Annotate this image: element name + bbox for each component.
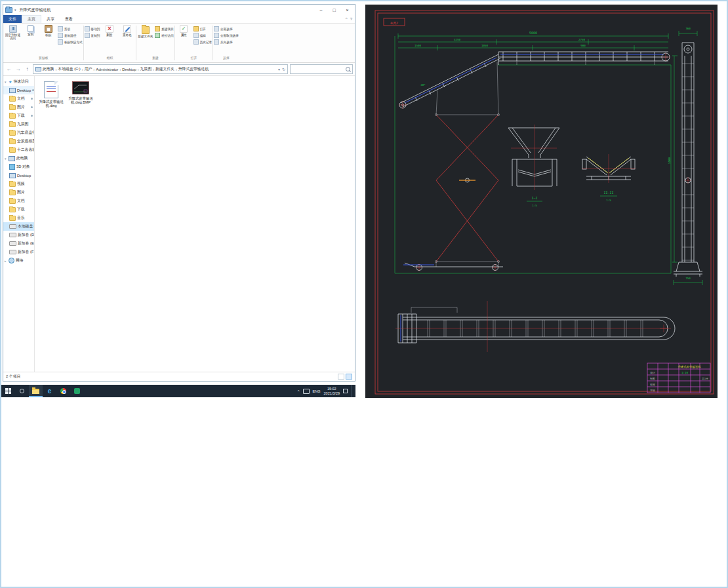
sidebar-item-desktop[interactable]: Desktop bbox=[3, 171, 34, 180]
sidebar-item-documents-pinned[interactable]: 文档 bbox=[3, 94, 34, 103]
drive-icon bbox=[9, 250, 16, 254]
sidebar-item-music[interactable]: 音乐 bbox=[3, 214, 34, 222]
folder-icon bbox=[9, 190, 16, 195]
cad-layout-tag: 布局2 bbox=[390, 21, 398, 26]
up-button[interactable]: ↑ bbox=[24, 66, 31, 72]
action-center-icon[interactable] bbox=[343, 389, 348, 393]
sidebar-item-volume-f[interactable]: 新加卷 (F:) bbox=[3, 248, 34, 256]
tray-expand-icon[interactable]: ^ bbox=[298, 389, 300, 393]
sidebar-item-desktop-pinned[interactable]: Desktop bbox=[3, 86, 34, 94]
tab-file[interactable]: 文件 bbox=[3, 15, 22, 23]
breadcrumb[interactable]: 此电脑› 本地磁盘 (C:)› 用户› Administrator› Deskt… bbox=[33, 64, 288, 74]
delete-button[interactable]: 删除 bbox=[101, 25, 117, 37]
copy-path-button[interactable]: 复制路径 bbox=[58, 33, 83, 38]
close-button[interactable]: × bbox=[342, 5, 353, 14]
file-name: 升降式皮带输送机.dwg bbox=[38, 100, 64, 108]
crumb-users[interactable]: 用户 bbox=[85, 66, 92, 72]
sidebar-item-pictures-pinned[interactable]: 图片 bbox=[3, 103, 34, 111]
search-button[interactable] bbox=[15, 385, 29, 397]
start-button[interactable] bbox=[1, 385, 15, 397]
address-dropdown-icon[interactable]: ▾ bbox=[278, 67, 280, 71]
sidebar-item-downloads-pinned[interactable]: 下载 bbox=[3, 111, 34, 120]
invert-selection-button[interactable]: 反向选择 bbox=[214, 39, 239, 45]
forward-button[interactable]: → bbox=[14, 66, 22, 72]
cad-preview: 布局2 5000 4250 2750 1500 1050 900 30° bbox=[365, 5, 718, 398]
thumbnail-view-button[interactable] bbox=[346, 374, 352, 380]
title-block-row3: 校核 bbox=[649, 383, 655, 386]
folder-icon bbox=[9, 207, 16, 212]
file-list[interactable]: 升降式皮带输送机.dwg 升降式皮带输送机.dwg.BMP bbox=[35, 76, 355, 372]
group-label-select: 选择 bbox=[214, 56, 239, 62]
refresh-icon[interactable]: ↻ bbox=[282, 67, 285, 71]
crumb-current[interactable]: 升降式皮带输送机 bbox=[178, 66, 209, 72]
rename-button[interactable]: 重命名 bbox=[119, 25, 135, 37]
sidebar-item-folder-2[interactable]: 汽车底盘行(全部) bbox=[3, 128, 34, 137]
sidebar-item-folder-3[interactable]: 全景观模型 bbox=[3, 137, 34, 146]
crumb-folder1[interactable]: 九晨图 bbox=[140, 66, 152, 72]
clock[interactable]: 15:02 2021/3/29 bbox=[324, 387, 340, 395]
paste-button[interactable]: 粘贴 bbox=[40, 25, 56, 37]
sidebar-item-folder-1[interactable]: 九晨图 bbox=[3, 120, 34, 128]
crumb-c-drive[interactable]: 本地磁盘 (C:) bbox=[58, 66, 80, 72]
show-desktop-button[interactable] bbox=[351, 385, 354, 397]
title-block-row4: 审核 bbox=[650, 389, 655, 392]
copy-to-button[interactable]: 复制到 bbox=[85, 33, 100, 38]
minimize-button[interactable]: – bbox=[315, 5, 327, 14]
easy-access-button[interactable]: 轻松访问 bbox=[155, 33, 173, 38]
search-box[interactable] bbox=[290, 64, 353, 74]
collapse-ribbon-icon[interactable]: ^ bbox=[346, 17, 348, 21]
green-app-taskbar-button[interactable] bbox=[70, 385, 84, 397]
help-icon[interactable]: ? bbox=[350, 17, 352, 21]
group-label-organize: 组织 bbox=[85, 56, 136, 62]
tab-view[interactable]: 查看 bbox=[60, 15, 78, 23]
language-indicator[interactable]: ENG bbox=[313, 389, 321, 393]
pin-to-quick-access-button[interactable]: 固定到快速访问 bbox=[5, 25, 21, 40]
chrome-taskbar-button[interactable] bbox=[56, 385, 70, 397]
crumb-administrator[interactable]: Administrator bbox=[96, 68, 118, 71]
tab-home[interactable]: 主页 bbox=[22, 15, 41, 23]
new-folder-icon bbox=[142, 26, 150, 34]
new-item-button[interactable]: 新建项目 bbox=[155, 26, 173, 31]
edge-taskbar-button[interactable] bbox=[43, 385, 56, 397]
sidebar-item-volume-d[interactable]: 新加卷 (D:) bbox=[3, 231, 34, 239]
copy-button[interactable]: 复制 bbox=[22, 25, 39, 36]
paste-shortcut-button[interactable]: 粘贴快捷方式 bbox=[58, 39, 83, 45]
sidebar-item-folder-4[interactable]: 十二齿齿轮 bbox=[3, 146, 34, 154]
sidebar-item-downloads[interactable]: 下载 bbox=[3, 205, 34, 214]
sidebar-quick-access[interactable]: ▾★快速访问 bbox=[3, 77, 34, 86]
crumb-folder2[interactable]: 新建文件夹 bbox=[155, 66, 174, 72]
back-button[interactable]: ← bbox=[5, 66, 12, 72]
select-none-button[interactable]: 全部取消选择 bbox=[214, 33, 239, 38]
file-item-bmp[interactable]: 升降式皮带输送机.dwg.BMP bbox=[68, 81, 94, 104]
cut-button[interactable]: 剪切 bbox=[58, 26, 83, 31]
maximize-button[interactable]: □ bbox=[329, 5, 340, 14]
search-input[interactable] bbox=[293, 67, 346, 72]
dim-column-base: 750 bbox=[685, 277, 691, 280]
sidebar-item-volume-e[interactable]: 新加卷 (E:) bbox=[3, 239, 34, 248]
sidebar-this-pc[interactable]: ▾此电脑 bbox=[3, 154, 34, 163]
rename-icon bbox=[123, 25, 131, 33]
file-explorer-taskbar-button[interactable] bbox=[29, 385, 43, 397]
dim-column-height: 5500 bbox=[668, 157, 671, 164]
history-button[interactable]: 历史记录 bbox=[193, 39, 212, 45]
details-view-button[interactable] bbox=[338, 374, 344, 380]
move-to-button[interactable]: 移动到 bbox=[85, 26, 100, 31]
sidebar-item-pictures[interactable]: 图片 bbox=[3, 188, 34, 197]
edit-button[interactable]: 编辑 bbox=[193, 33, 212, 38]
open-button[interactable]: 打开 bbox=[193, 26, 212, 31]
sidebar-network[interactable]: ▸网络 bbox=[3, 256, 34, 265]
sidebar-item-local-disk-c[interactable]: 本地磁盘 (C:) bbox=[3, 222, 34, 231]
properties-button[interactable]: 属性 bbox=[176, 25, 192, 37]
tab-share[interactable]: 共享 bbox=[41, 15, 60, 23]
sidebar-item-3d-objects[interactable]: 3D 对象 bbox=[3, 163, 34, 171]
crumb-this-pc[interactable]: 此电脑 bbox=[43, 66, 54, 72]
sidebar-item-documents[interactable]: 文档 bbox=[3, 197, 34, 205]
title-block-name: 升降式皮带输送机 bbox=[677, 365, 701, 369]
select-all-button[interactable]: 全部选择 bbox=[214, 26, 239, 31]
crumb-desktop[interactable]: Desktop bbox=[122, 68, 136, 71]
qat-customize-icon[interactable]: ▾ bbox=[14, 8, 16, 12]
new-folder-button[interactable]: 新建文件夹 bbox=[137, 25, 153, 38]
file-item-dwg[interactable]: 升降式皮带输送机.dwg bbox=[38, 81, 64, 108]
keyboard-icon[interactable] bbox=[303, 389, 310, 394]
sidebar-item-videos[interactable]: 视频 bbox=[3, 180, 34, 188]
